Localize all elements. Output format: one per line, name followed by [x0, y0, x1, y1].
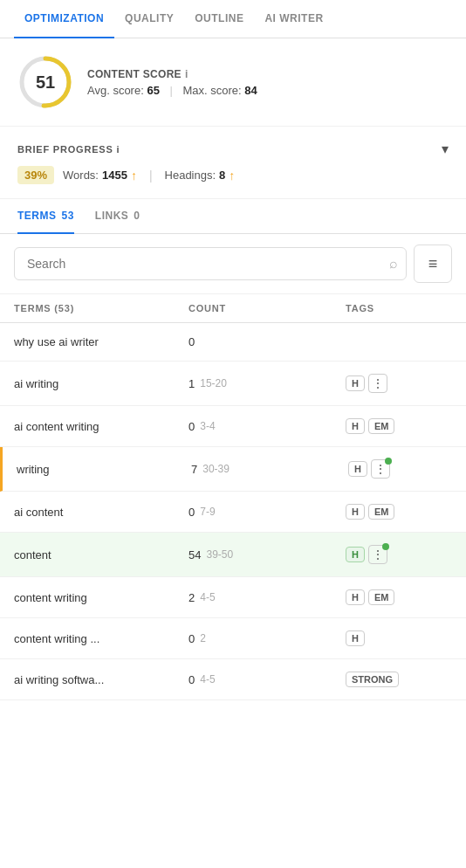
tag-h: H: [346, 418, 365, 434]
sub-tab-label: TERMS: [17, 210, 57, 222]
count-value: 0: [188, 506, 195, 519]
tag-menu-button[interactable]: ⋮: [371, 459, 390, 479]
progress-row: 39% Words: 1455 ↑ | Headings: 8 ↑: [17, 166, 449, 184]
table-row: content writing ...02H: [0, 618, 466, 659]
table-row: content5439-50H⋮: [0, 533, 466, 577]
table-row: ai content07-9HEM: [0, 492, 466, 533]
tab-outline[interactable]: OUTLINE: [184, 0, 254, 38]
green-dot-indicator: [385, 458, 392, 465]
count-cell: 115-20: [188, 377, 346, 390]
tag-h: H: [346, 504, 365, 520]
tag-h: H: [346, 589, 365, 605]
tags-cell: HEM: [346, 589, 452, 605]
sub-tab-count: 53: [62, 210, 74, 222]
sub-tab-terms[interactable]: TERMS 53: [17, 199, 74, 234]
tags-cell: STRONG: [346, 672, 452, 687]
score-details: Avg. score: 65 | Max. score: 84: [87, 84, 257, 97]
count-cell: 07-9: [188, 506, 346, 519]
tag-em: EM: [368, 418, 395, 434]
tab-ai_writer[interactable]: AI WRITER: [254, 0, 333, 38]
count-cell: 5439-50: [188, 548, 346, 561]
sub-tab-count: 0: [134, 210, 140, 222]
score-value: 51: [36, 72, 55, 93]
headings-arrow-up-icon: ↑: [229, 169, 235, 183]
count-cell: 0: [188, 335, 346, 348]
search-row: ⌕ ≡: [0, 234, 466, 294]
count-range: 4-5: [200, 591, 215, 603]
table-row: ai content writing03-4HEM: [0, 406, 466, 447]
tags-cell: H⋮: [348, 459, 452, 479]
top-navigation: OPTIMIZATIONQUALITYOUTLINEAI WRITER: [0, 0, 466, 38]
term-cell: ai writing: [14, 377, 188, 390]
count-cell: 24-5: [188, 591, 346, 604]
sub-tabs: TERMS 53LINKS 0: [0, 199, 466, 234]
tag-em: EM: [368, 589, 395, 605]
count-value: 1: [188, 377, 195, 390]
search-input[interactable]: [14, 247, 407, 280]
term-cell: ai content writing: [14, 420, 188, 433]
headings-stat: Headings: 8 ↑: [165, 169, 236, 183]
green-dot-indicator: [382, 543, 389, 550]
col-header-2: TAGS: [346, 303, 452, 313]
tag-em: EM: [368, 504, 395, 520]
progress-info-icon: i: [117, 144, 120, 155]
count-range: 4-5: [200, 673, 215, 685]
tags-cell: HEM: [346, 418, 452, 434]
score-circle: 51: [17, 54, 73, 110]
table-row: ai writing softwa...04-5STRONG: [0, 659, 466, 700]
progress-badge: 39%: [17, 166, 54, 184]
tags-cell: H⋮: [346, 545, 452, 564]
count-value: 0: [188, 673, 195, 686]
table-row: writing730-39H⋮: [0, 447, 466, 492]
tags-cell: H: [346, 630, 452, 646]
table-row: why use ai writer0: [0, 323, 466, 362]
term-cell: writing: [17, 463, 191, 476]
sub-tab-links[interactable]: LINKS 0: [95, 199, 140, 234]
term-cell: why use ai writer: [14, 335, 188, 348]
content-score-section: 51 CONTENT SCORE i Avg. score: 65 | Max.…: [0, 38, 466, 127]
score-info: CONTENT SCORE i Avg. score: 65 | Max. sc…: [87, 68, 257, 97]
count-range: 3-4: [200, 420, 215, 432]
filter-button[interactable]: ≡: [414, 245, 452, 283]
col-header-0: TERMS (53): [14, 303, 188, 313]
tag-menu-button[interactable]: ⋮: [368, 374, 387, 393]
tab-optimization[interactable]: OPTIMIZATION: [14, 0, 114, 38]
sub-tab-label: LINKS: [95, 210, 129, 222]
filter-icon: ≡: [428, 255, 438, 273]
chevron-down-icon[interactable]: ▾: [442, 141, 449, 157]
term-cell: content writing: [14, 591, 188, 604]
brief-progress-section: BRIEF PROGRESS i ▾ 39% Words: 1455 ↑ | H…: [0, 127, 466, 199]
count-range: 7-9: [200, 506, 215, 518]
col-header-1: COUNT: [188, 303, 346, 313]
count-cell: 730-39: [191, 463, 348, 476]
count-range: 39-50: [206, 548, 233, 561]
progress-title: BRIEF PROGRESS i: [17, 144, 120, 155]
count-range: 2: [200, 632, 206, 644]
tag-h: H: [346, 630, 365, 646]
term-cell: ai content: [14, 506, 188, 519]
count-cell: 04-5: [188, 673, 346, 686]
table-body: why use ai writer0ai writing115-20H⋮ai c…: [0, 323, 466, 700]
tag-h: H: [348, 461, 367, 477]
tag-menu-button[interactable]: ⋮: [368, 545, 387, 564]
words-stat: Words: 1455 ↑: [63, 169, 137, 183]
table-header: TERMS (53)COUNTTAGS: [0, 294, 466, 323]
count-value: 0: [188, 632, 195, 645]
tab-quality[interactable]: QUALITY: [114, 0, 184, 38]
count-value: 0: [188, 420, 195, 433]
count-cell: 02: [188, 632, 346, 645]
count-range: 30-39: [202, 463, 230, 475]
tags-cell: H⋮: [346, 374, 452, 393]
tags-cell: HEM: [346, 504, 452, 520]
term-cell: content: [14, 548, 188, 561]
table-row: content writing24-5HEM: [0, 577, 466, 618]
search-input-wrap: ⌕: [14, 247, 407, 280]
tag-h: H: [346, 547, 365, 562]
count-value: 54: [188, 548, 201, 561]
search-icon: ⌕: [389, 256, 398, 272]
count-cell: 03-4: [188, 420, 346, 433]
count-value: 2: [188, 591, 195, 604]
count-value: 0: [188, 335, 195, 348]
words-arrow-up-icon: ↑: [131, 169, 137, 183]
tag-h: H: [346, 375, 365, 391]
